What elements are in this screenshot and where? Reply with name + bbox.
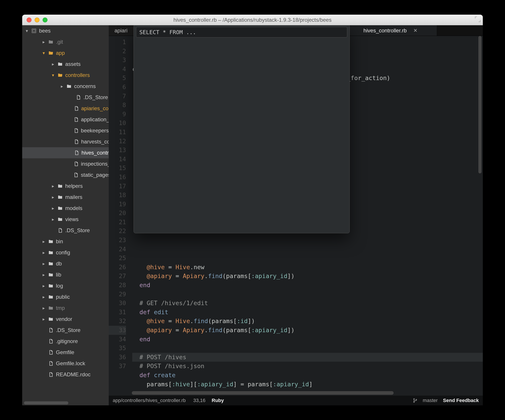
folder-public[interactable]: public [22,291,109,303]
chevron-right-icon[interactable] [51,62,55,67]
folder-log[interactable]: log [22,280,109,291]
folder-icon [48,250,54,255]
file-gemfile-lock[interactable]: Gemfile.lock [22,358,109,369]
tree-item-label: vendor [56,316,72,322]
folder--git[interactable]: .git [22,36,109,48]
folder-app[interactable]: app [22,48,109,59]
tree-item-label: .DS_Store [83,94,108,100]
code-fragment: _for_action) [347,74,390,83]
project-root[interactable]: bees [22,25,109,36]
file-beekeepers-controller-rb[interactable]: beekeepers_controller.rb [22,125,109,136]
file-icon [48,361,54,366]
folder-icon [48,305,54,311]
tree-item-label: .git [56,39,63,45]
file-harvests-controller-rb[interactable]: harvests_controller.rb [22,136,109,147]
file-inspections-controller-rb[interactable]: inspections_controller.rb [22,158,109,169]
tree-item-label: controllers [65,72,90,78]
folder-bin[interactable]: bin [22,236,109,247]
tab-hives-controller[interactable]: hives_controller.rb ✕ [344,25,437,36]
chevron-down-icon[interactable] [25,28,29,33]
sidebar-scrollbar[interactable] [22,401,109,405]
scroll-thumb[interactable] [24,401,68,404]
folder-icon [48,294,54,300]
chevron-right-icon[interactable] [42,250,46,255]
file-icon [73,128,79,133]
folder-concerns[interactable]: concerns [22,81,109,92]
chevron-right-icon[interactable] [60,84,64,89]
svg-point-4 [416,399,417,400]
sidebar: bees .gitappassetscontrollersconcerns.DS… [22,25,109,405]
file-application-controller-rb[interactable]: application_controller.rb [22,114,109,125]
chevron-right-icon[interactable] [51,183,55,189]
chevron-right-icon[interactable] [42,316,46,322]
folder-controllers[interactable]: controllers [22,70,109,81]
svg-rect-0 [32,29,36,33]
scroll-thumb[interactable] [132,391,394,395]
tree-item-label: db [56,260,62,267]
chevron-right-icon[interactable] [42,39,46,45]
editor-v-scrollbar[interactable] [478,36,482,398]
tree-item-label: static_pages_controller.rb [81,172,109,178]
folder-views[interactable]: views [22,214,109,225]
chevron-right-icon[interactable] [42,261,46,266]
scroll-thumb[interactable] [478,36,481,173]
tree-item-label: public [56,294,70,300]
folder-db[interactable]: db [22,258,109,269]
tree-item-label: application_controller.rb [81,117,109,123]
folder-assets[interactable]: assets [22,59,109,70]
command-palette[interactable] [134,25,349,233]
tree-item-label: views [65,216,79,222]
command-input[interactable] [136,27,347,37]
chevron-right-icon[interactable] [42,239,46,244]
folder-helpers[interactable]: helpers [22,180,109,191]
file-apiaries-controller-rb[interactable]: apiaries_controller.rb [22,103,109,114]
file-gemfile[interactable]: Gemfile [22,347,109,358]
tab-label: apiari [114,27,128,34]
folder-icon [48,272,54,278]
chevron-right-icon[interactable] [42,272,46,278]
project-root-label: bees [39,28,50,34]
folder-mailers[interactable]: mailers [22,191,109,203]
titlebar[interactable]: hives_controller.rb – /Applications/ruby… [22,15,483,25]
chevron-down-icon[interactable] [42,50,46,56]
folder-lib[interactable]: lib [22,269,109,280]
file-readme-rdoc[interactable]: README.rdoc [22,369,109,380]
send-feedback[interactable]: Send Feedback [443,398,479,403]
chevron-right-icon[interactable] [42,305,46,311]
chevron-right-icon[interactable] [51,194,55,200]
file-tree[interactable]: .gitappassetscontrollersconcerns.DS_Stor… [22,36,109,401]
git-branch[interactable]: master [423,398,438,403]
file--gitignore[interactable]: .gitignore [22,336,109,347]
chevron-right-icon[interactable] [51,206,55,211]
tree-item-label: README.rdoc [56,371,90,378]
folder-config[interactable]: config [22,247,109,258]
chevron-right-icon[interactable] [42,294,46,300]
folder-icon [57,206,63,211]
fullscreen-icon[interactable] [474,16,481,23]
file--ds-store[interactable]: .DS_Store [22,225,109,236]
status-filepath: app/controllers/hives_controller.rb [113,398,186,403]
folder-tmp[interactable]: tmp [22,303,109,314]
file--ds-store[interactable]: .DS_Store [22,92,109,103]
editor-h-scrollbar[interactable] [109,390,483,395]
folder-icon [48,39,54,45]
folder-models[interactable]: models [22,203,109,214]
file-icon [48,372,54,377]
file-hives-controller-rb[interactable]: hives_controller.rb [22,147,109,158]
file--ds-store[interactable]: .DS_Store [22,325,109,336]
file-icon [57,228,63,233]
close-icon[interactable]: ✕ [413,28,417,33]
tree-item-label: assets [65,61,81,67]
status-bar: app/controllers/hives_controller.rb 33,1… [109,395,483,405]
chevron-right-icon[interactable] [42,283,46,289]
tree-item-label: helpers [65,183,83,189]
chevron-right-icon[interactable] [51,217,55,222]
folder-vendor[interactable]: vendor [22,314,109,325]
status-language[interactable]: Ruby [212,398,224,403]
file-static-pages-controller-rb[interactable]: static_pages_controller.rb [22,169,109,180]
chevron-down-icon[interactable] [51,73,55,78]
folder-icon [48,316,54,322]
project-icon [31,28,37,33]
folder-icon [57,62,63,67]
tree-item-label: Gemfile [56,349,74,355]
